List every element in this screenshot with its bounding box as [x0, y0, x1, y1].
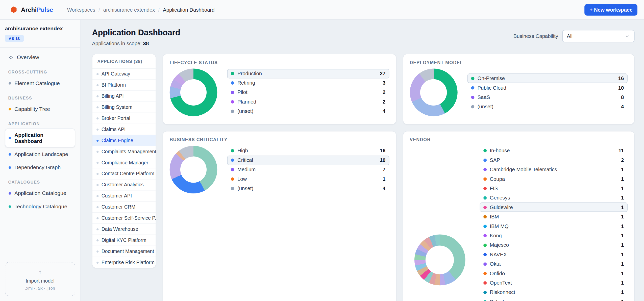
sidebar-item-element-catalogue[interactable]: Element Catalogue — [5, 77, 75, 89]
legend-label: Coupa — [490, 176, 618, 182]
list-item[interactable]: Claims API — [92, 124, 156, 135]
legend-row[interactable]: Salesforce1 — [480, 297, 628, 301]
legend-dot — [483, 158, 486, 162]
legend-label: Critical — [237, 157, 377, 163]
new-workspace-button[interactable]: + New workspace — [585, 4, 637, 15]
legend-row[interactable]: Majesco1 — [480, 240, 628, 249]
breadcrumb-item[interactable]: Workspaces — [67, 7, 95, 13]
breadcrumb-item[interactable]: archisurance extendex — [103, 7, 155, 13]
list-item[interactable]: Complaints Management — [92, 146, 156, 157]
legend-row[interactable]: Production27 — [227, 69, 389, 78]
list-item[interactable]: Billing API — [92, 91, 156, 102]
right-column: DEPLOYMENT MODEL On-Premise16Public Clou… — [403, 54, 635, 301]
legend-row[interactable]: Critical10 — [227, 156, 389, 165]
list-item[interactable]: Digital KYC Platform — [92, 235, 156, 246]
donut-chart[interactable] — [170, 69, 217, 116]
workspace-header: archisurance extendex AS-IS — [5, 26, 75, 42]
legend-row[interactable]: OpenText1 — [480, 278, 628, 287]
sidebar-section-title: CROSS-CUTTING — [8, 70, 72, 74]
legend-value: 1 — [621, 289, 624, 295]
sidebar-item-capability-tree[interactable]: Capability Tree — [5, 103, 75, 115]
list-item[interactable]: Customer CRM — [92, 202, 156, 213]
legend-label: Genesys — [490, 195, 618, 201]
legend-row[interactable]: In-house11 — [480, 146, 628, 155]
sidebar-item-application-landscape[interactable]: Application Landscape — [5, 148, 75, 160]
list-item[interactable]: BI Platform — [92, 80, 156, 91]
legend-value: 1 — [621, 166, 624, 172]
sidebar-item-application-dashboard[interactable]: Application Dashboard — [5, 129, 75, 147]
business-capability-select[interactable]: All — [562, 30, 634, 42]
legend-row[interactable]: Riskonnect1 — [480, 287, 628, 297]
list-item[interactable]: API Gateway — [92, 69, 156, 80]
list-item[interactable]: Broker Portal — [92, 113, 156, 124]
legend-row[interactable]: Public Cloud10 — [467, 83, 628, 92]
legend-label: High — [237, 148, 377, 154]
legend-value: 1 — [621, 204, 624, 210]
bullet-icon — [96, 139, 98, 141]
legend-row[interactable]: Genesys1 — [480, 193, 628, 202]
list-item[interactable]: Contact Centre Platform — [92, 168, 156, 180]
legend-row[interactable]: Pilot2 — [227, 88, 389, 97]
legend-row[interactable]: FIS1 — [480, 184, 628, 193]
legend-row[interactable]: Guidewire1 — [480, 203, 628, 212]
legend-row[interactable]: Onfido1 — [480, 269, 628, 278]
app-label: Customer Self-Service P... — [102, 215, 156, 221]
sidebar-item-application-catalogue[interactable]: Application Catalogue — [5, 187, 75, 199]
sidebar-item-technology-catalogue[interactable]: Technology Catalogue — [5, 200, 75, 213]
legend-row[interactable]: Cambridge Mobile Telematics1 — [480, 165, 628, 174]
list-item[interactable]: Enterprise Risk Platform — [92, 257, 156, 268]
legend-row[interactable]: (unset)4 — [227, 184, 389, 193]
legend-row[interactable]: Retiring3 — [227, 78, 389, 88]
sidebar-section-title: BUSINESS — [8, 96, 72, 100]
donut-chart[interactable] — [410, 69, 457, 116]
legend-dot — [231, 159, 234, 162]
legend-value: 1 — [383, 176, 385, 182]
legend-row[interactable]: (unset)4 — [467, 102, 628, 111]
legend-row[interactable]: High16 — [227, 146, 389, 155]
legend-row[interactable]: Coupa1 — [480, 174, 628, 184]
list-item[interactable]: Customer Analytics — [92, 180, 156, 191]
legend-dot — [483, 243, 486, 247]
donut-chart[interactable] — [170, 146, 217, 193]
app-logo[interactable]: ArchiPulse — [10, 6, 53, 14]
list-item[interactable]: Customer Self-Service P... — [92, 213, 156, 224]
sidebar-item-dependency-graph[interactable]: Dependency Graph — [5, 161, 75, 174]
legend-dot — [231, 168, 234, 171]
list-item[interactable]: Claims Engine — [92, 135, 156, 146]
bullet-icon — [96, 239, 98, 241]
legend-value: 4 — [383, 108, 385, 114]
legend-row[interactable]: NAVEX1 — [480, 250, 628, 259]
sidebar-item-label: Application Catalogue — [14, 190, 66, 196]
list-item[interactable]: Billing System — [92, 102, 156, 113]
legend-dot — [483, 187, 486, 190]
legend-row[interactable]: IBM1 — [480, 212, 628, 221]
app-label: Digital KYC Platform — [102, 237, 146, 243]
legend-row[interactable]: (unset)4 — [227, 107, 389, 116]
legend-label: IBM — [490, 214, 618, 219]
chevron-down-icon — [625, 34, 630, 39]
list-item[interactable]: Customer API — [92, 191, 156, 202]
filter-label: Business Capability — [513, 33, 558, 39]
legend-row[interactable]: On-Premise16 — [467, 73, 628, 83]
legend-row[interactable]: Kong1 — [480, 231, 628, 240]
list-item[interactable]: Data Warehouse — [92, 224, 156, 235]
bullet-icon — [96, 117, 98, 119]
list-item[interactable]: Document Management ... — [92, 246, 156, 257]
legend-dot — [483, 215, 486, 218]
legend-row[interactable]: SaaS8 — [467, 92, 628, 102]
sidebar-item-overview[interactable]: Overview — [5, 51, 75, 64]
legend-row[interactable]: Okta1 — [480, 259, 628, 268]
legend-row[interactable]: SAP2 — [480, 155, 628, 165]
chart-title: DEPLOYMENT MODEL — [410, 60, 628, 65]
legend-row[interactable]: Medium7 — [227, 165, 389, 174]
app-label: Customer CRM — [102, 204, 135, 210]
chart-legend: On-Premise16Public Cloud10SaaS8(unset)4 — [467, 73, 628, 111]
import-model-dropzone[interactable]: ↑ Import model .xml · .ajx · .json — [5, 262, 75, 296]
legend-row[interactable]: Low1 — [227, 174, 389, 184]
donut-chart[interactable] — [414, 235, 465, 286]
legend-dot — [483, 281, 486, 284]
legend-label: FIS — [490, 185, 618, 191]
legend-row[interactable]: Planned2 — [227, 97, 389, 107]
list-item[interactable]: Compliance Manager — [92, 157, 156, 168]
legend-row[interactable]: IBM MQ1 — [480, 221, 628, 231]
